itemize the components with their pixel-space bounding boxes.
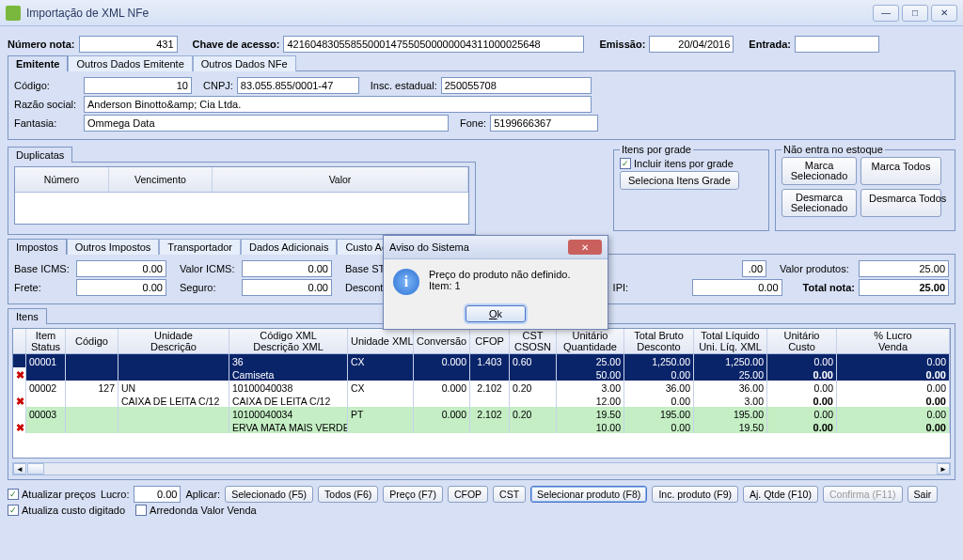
delete-icon[interactable]: ✖ — [13, 367, 26, 381]
dup-h-numero: Número — [15, 167, 109, 192]
marca-todos-button[interactable]: Marca Todos — [860, 157, 941, 185]
scroll-right-icon[interactable]: ► — [937, 463, 950, 474]
confirma-button: Confirma (F11) — [823, 486, 903, 503]
cst-button[interactable]: CST — [493, 486, 526, 503]
estoque-title: Não entra no estoque — [781, 144, 885, 155]
aviso-dialog: Aviso do Sistema ✕ i Preço do produto nã… — [383, 235, 608, 330]
numero-nota-field[interactable]: 431 — [79, 36, 178, 53]
desmarca-todos-button[interactable]: Desmarca Todos — [860, 189, 941, 217]
app-icon — [6, 6, 21, 21]
seguro-field[interactable]: 0.00 — [242, 279, 332, 296]
tab-impostos[interactable]: Impostos — [8, 239, 67, 255]
cut-field: .00 — [742, 260, 766, 277]
entrada-label: Entrada: — [749, 39, 791, 50]
base-icms-label: Base ICMS: — [14, 263, 72, 274]
emissao-field[interactable]: 20/04/2016 — [649, 36, 734, 53]
chave-field[interactable]: 4216048305585500014755050000000431100002… — [283, 36, 584, 53]
seguro-label: Seguro: — [180, 282, 238, 293]
tab-duplicatas[interactable]: Duplicatas — [8, 147, 72, 163]
cnpj-field[interactable]: 83.055.855/0001-47 — [237, 77, 359, 94]
razao-field[interactable]: Anderson Binotto&amp; Cia Ltda. — [84, 96, 592, 113]
aplicar-label: Aplicar: — [185, 489, 220, 500]
tab-outros-emitente[interactable]: Outros Dados Emitente — [68, 55, 192, 71]
scroll-left-icon[interactable]: ◄ — [13, 463, 26, 474]
razao-label: Razão social: — [14, 99, 80, 110]
lucro-field[interactable]: 0.00 — [134, 486, 181, 503]
table-row[interactable]: 00001 36 CX 0.000 1.403 0.60 25.00 1,250… — [13, 354, 950, 367]
fone-field[interactable]: 5199666367 — [490, 115, 598, 132]
table-row[interactable]: 00002 127 UN 10100040038 CX 0.000 2.102 … — [13, 381, 950, 394]
tab-dados-adicionais[interactable]: Dados Adicionais — [241, 239, 337, 255]
arredonda-checkbox[interactable]: Arredonda Valor Venda — [135, 505, 257, 516]
numero-nota-label: Número nota: — [8, 39, 75, 50]
grade-title: Itens por grade — [620, 144, 693, 155]
tab-outros-nfe[interactable]: Outros Dados NFe — [193, 55, 296, 71]
ipi-field[interactable]: 0.00 — [692, 279, 782, 296]
tab-transportador[interactable]: Transportador — [159, 239, 241, 255]
frete-label: Frete: — [14, 282, 72, 293]
codigo-label: Código: — [14, 80, 80, 91]
base-icms-field[interactable]: 0.00 — [76, 260, 166, 277]
dialog-msg1: Preço do produto não definido. — [429, 269, 570, 280]
close-button[interactable]: ✕ — [931, 5, 957, 22]
minimize-button[interactable]: — — [873, 5, 899, 22]
frete-field[interactable]: 0.00 — [76, 279, 166, 296]
valor-prod-label: Valor produtos: — [780, 263, 855, 274]
valor-icms-field[interactable]: 0.00 — [242, 260, 332, 277]
entrada-field[interactable] — [795, 36, 879, 53]
table-row[interactable]: ✖ CAIXA DE LEITA C/12 CAIXA DE LEITA C/1… — [13, 394, 950, 407]
cfop-button[interactable]: CFOP — [448, 486, 488, 503]
window-title: Importação de XML NFe — [26, 7, 870, 20]
delete-icon[interactable]: ✖ — [13, 394, 26, 407]
dialog-title: Aviso do Sistema — [389, 241, 469, 253]
h-scrollbar[interactable]: ◄ ► — [12, 462, 951, 475]
info-icon: i — [393, 269, 419, 295]
maximize-button[interactable]: □ — [902, 5, 928, 22]
ipi-label: IPI: — [613, 282, 688, 293]
atualiza-custo-checkbox[interactable]: ✓Atualiza custo digitado — [8, 505, 125, 516]
total-nota-field[interactable]: 25.00 — [859, 279, 949, 296]
valor-icms-label: Valor ICMS: — [180, 263, 238, 274]
selecionar-produto-button[interactable]: Selecionar produto (F8) — [530, 486, 647, 503]
table-row[interactable]: ✖ Camiseta 50.00 0.00 25.00 0.00 0.00 — [13, 367, 950, 381]
delete-icon[interactable]: ✖ — [13, 420, 26, 433]
incluir-grade-checkbox[interactable]: ✓Incluir itens por grade — [620, 158, 734, 169]
fantasia-label: Fantasia: — [14, 117, 80, 129]
inc-produto-button[interactable]: Inc. produto (F9) — [652, 486, 738, 503]
ie-field[interactable]: 250055708 — [441, 77, 592, 94]
dialog-close-button[interactable]: ✕ — [568, 240, 602, 255]
table-row[interactable]: ✖ ERVA MATA MAIS VERDE 10.00 0.00 19.50 … — [13, 420, 950, 433]
marca-selecionado-button[interactable]: Marca Selecionado — [781, 157, 857, 185]
table-row[interactable]: 00003 10100040034 PT 0.000 2.102 0.20 19… — [13, 407, 950, 420]
sair-button[interactable]: Sair — [908, 486, 939, 503]
dup-h-venc: Vencimento — [109, 167, 213, 192]
valor-prod-field[interactable]: 25.00 — [859, 260, 949, 277]
atualizar-precos-checkbox[interactable]: ✓Atualizar preços — [8, 489, 96, 500]
tab-emitente[interactable]: Emitente — [8, 55, 68, 71]
fantasia-field[interactable]: Ommega Data — [84, 115, 449, 132]
chave-label: Chave de acesso: — [193, 39, 280, 50]
emissao-label: Emissão: — [599, 39, 645, 50]
selecionado-button[interactable]: Selecionado (F5) — [225, 486, 313, 503]
dialog-msg2: Item: 1 — [429, 280, 570, 291]
lucro-label: Lucro: — [101, 489, 130, 500]
preco-button[interactable]: Preço (F7) — [383, 486, 443, 503]
ie-label: Insc. estadual: — [371, 80, 437, 91]
tab-outros-impostos[interactable]: Outros Impostos — [67, 239, 160, 255]
cnpj-label: CNPJ: — [203, 80, 233, 91]
dialog-ok-button[interactable]: Ok — [466, 305, 526, 322]
todos-button[interactable]: Todos (F6) — [318, 486, 378, 503]
aj-qtde-button[interactable]: Aj. Qtde (F10) — [743, 486, 818, 503]
fone-label: Fone: — [460, 117, 486, 129]
total-nota-label: Total nota: — [803, 282, 855, 293]
seleciona-grade-button[interactable]: Seleciona Itens Grade — [620, 171, 739, 190]
codigo-field[interactable]: 10 — [84, 77, 192, 94]
dup-h-valor: Valor — [213, 167, 468, 192]
desmarca-selecionado-button[interactable]: Desmarca Selecionado — [781, 189, 857, 217]
tab-itens[interactable]: Itens — [8, 308, 47, 324]
